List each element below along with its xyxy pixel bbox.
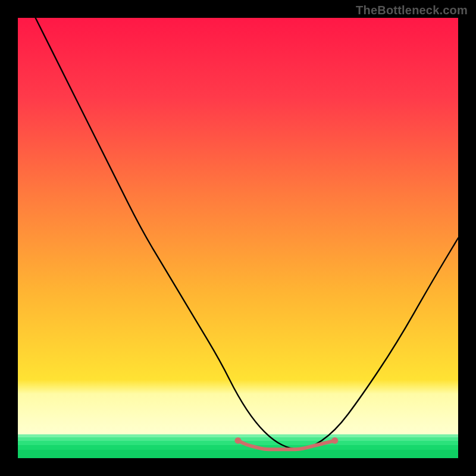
- highlight-dot: [331, 437, 338, 444]
- watermark-text: TheBottleneck.com: [356, 4, 468, 17]
- plot-area: [18, 18, 458, 458]
- pale-band: [18, 380, 458, 437]
- svg-rect-4: [18, 450, 458, 458]
- bottleneck-chart: [18, 18, 458, 458]
- highlight-dot: [235, 437, 242, 444]
- svg-rect-0: [18, 434, 458, 437]
- svg-rect-3: [18, 445, 458, 450]
- chart-frame: TheBottleneck.com: [0, 0, 476, 476]
